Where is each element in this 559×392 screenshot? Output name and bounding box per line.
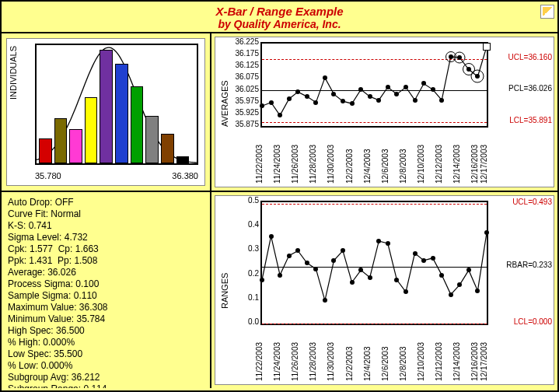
y-tick: 36.125 bbox=[228, 61, 259, 69]
data-point bbox=[484, 230, 489, 235]
x-tick: 11/28/2003 bbox=[309, 342, 317, 381]
data-point bbox=[269, 234, 274, 239]
data-point bbox=[305, 261, 309, 265]
data-point bbox=[287, 96, 292, 101]
histogram-bar bbox=[131, 86, 144, 163]
data-point bbox=[260, 278, 264, 282]
x-tick: 12/16/2003 bbox=[470, 342, 479, 381]
data-point bbox=[350, 280, 355, 285]
data-point bbox=[449, 292, 453, 297]
xbar-plot bbox=[260, 42, 488, 128]
data-point bbox=[260, 103, 264, 108]
stats-list: Auto Drop: OFFCurve Fit: NormalK-S: 0.74… bbox=[2, 192, 210, 388]
histogram-bar bbox=[145, 116, 159, 163]
data-point bbox=[394, 278, 399, 282]
stat-line: % High: 0.000% bbox=[8, 337, 204, 348]
data-point bbox=[331, 258, 336, 263]
x-tick: 12/12/2003 bbox=[435, 145, 443, 184]
y-tick: 36.225 bbox=[228, 37, 259, 46]
x-tick: 12/12/2003 bbox=[435, 342, 443, 381]
stat-line: Low Spec: 35.500 bbox=[8, 348, 204, 360]
data-point bbox=[350, 101, 355, 106]
range-ucl-label: UCL=0.493 bbox=[512, 198, 552, 206]
x-tick: 11/30/2003 bbox=[327, 342, 335, 381]
data-point bbox=[439, 273, 444, 278]
x-tick: 11/22/2003 bbox=[255, 145, 264, 184]
y-tick: 0.5 bbox=[228, 196, 259, 205]
data-point bbox=[466, 268, 471, 272]
data-point bbox=[431, 256, 435, 261]
data-point bbox=[358, 87, 363, 92]
data-point bbox=[376, 239, 381, 243]
y-tick: 36.025 bbox=[228, 85, 259, 93]
data-point bbox=[269, 100, 274, 105]
histogram-panel: INDIVIDUALS 35.780 36.380 bbox=[2, 33, 211, 192]
x-tick: 11/30/2003 bbox=[327, 145, 335, 184]
data-point bbox=[313, 267, 318, 271]
highlight-square bbox=[483, 43, 491, 51]
histogram-ylabel: INDIVIDUALS bbox=[9, 46, 18, 100]
x-tick: 12/16/2003 bbox=[470, 145, 479, 184]
data-point bbox=[421, 258, 426, 263]
stat-line: Sigma Level: 4.732 bbox=[8, 232, 204, 243]
histogram-bar bbox=[54, 118, 68, 163]
range-rbar-label: RBAR=0.233 bbox=[506, 261, 552, 269]
x-tick: 12/2/2003 bbox=[345, 149, 354, 184]
highlight-circle bbox=[471, 70, 484, 83]
data-point bbox=[323, 75, 327, 80]
data-point bbox=[341, 99, 345, 103]
data-point bbox=[278, 273, 282, 278]
x-tick: 12/17/2003 bbox=[480, 342, 488, 381]
stat-line: High Spec: 36.500 bbox=[8, 325, 204, 337]
data-point bbox=[358, 268, 363, 272]
x-tick: 11/22/2003 bbox=[255, 342, 264, 381]
data-point bbox=[295, 248, 300, 253]
y-tick: 35.875 bbox=[228, 120, 259, 128]
histogram-xmin: 35.780 bbox=[35, 171, 61, 180]
xbar-pcl-label: PCL=36.026 bbox=[508, 84, 552, 93]
x-tick: 12/6/2003 bbox=[381, 149, 390, 184]
x-tick: 11/24/2003 bbox=[273, 145, 281, 184]
x-tick: 12/10/2003 bbox=[417, 145, 425, 184]
highlight-circle bbox=[454, 52, 466, 64]
stat-line: % Low: 0.000% bbox=[8, 360, 204, 372]
histogram-bar bbox=[39, 138, 52, 163]
stat-line: Subgroup Range: 0.114 bbox=[8, 383, 204, 388]
data-point bbox=[404, 85, 408, 89]
options-icon[interactable] bbox=[540, 5, 554, 19]
x-tick: 12/10/2003 bbox=[417, 342, 425, 381]
data-point bbox=[431, 87, 435, 92]
x-tick: 12/4/2003 bbox=[363, 347, 372, 382]
data-point bbox=[341, 248, 345, 253]
range-plot bbox=[260, 201, 488, 325]
stat-line: Subgroup Avg: 36.212 bbox=[8, 372, 204, 383]
x-tick: 11/26/2003 bbox=[291, 342, 299, 381]
data-point bbox=[368, 275, 372, 280]
xbar-lcl-label: LCL=35.891 bbox=[509, 116, 552, 124]
range-panel: RANGES 0.00.10.20.30.40.5 11/22/200311/2… bbox=[211, 192, 557, 388]
data-point bbox=[323, 298, 327, 303]
data-point bbox=[421, 81, 426, 86]
stat-line: Process Sigma: 0.100 bbox=[8, 278, 204, 290]
data-point bbox=[376, 98, 381, 103]
x-tick: 12/17/2003 bbox=[480, 145, 488, 184]
y-tick: 0.2 bbox=[228, 269, 259, 278]
x-tick: 12/6/2003 bbox=[381, 347, 390, 382]
range-lcl-label: LCL=0.000 bbox=[514, 317, 552, 326]
histogram-bar bbox=[176, 156, 190, 163]
histogram-plot bbox=[35, 44, 198, 165]
histogram-xmax: 36.380 bbox=[172, 171, 198, 180]
stat-line: Average: 36.026 bbox=[8, 267, 204, 278]
histogram-bar bbox=[161, 134, 174, 163]
data-point bbox=[305, 94, 309, 99]
histogram-bar bbox=[100, 50, 113, 163]
x-tick: 12/4/2003 bbox=[363, 149, 372, 184]
stat-line: Cpk: 1.577 Cp: 1.663 bbox=[8, 243, 204, 255]
data-point bbox=[386, 85, 390, 89]
x-tick: 11/24/2003 bbox=[273, 342, 281, 381]
data-point bbox=[331, 92, 336, 96]
stat-line: Auto Drop: OFF bbox=[8, 197, 204, 208]
data-point bbox=[457, 282, 462, 287]
stat-line: K-S: 0.741 bbox=[8, 220, 204, 232]
stat-line: Curve Fit: Normal bbox=[8, 208, 204, 220]
